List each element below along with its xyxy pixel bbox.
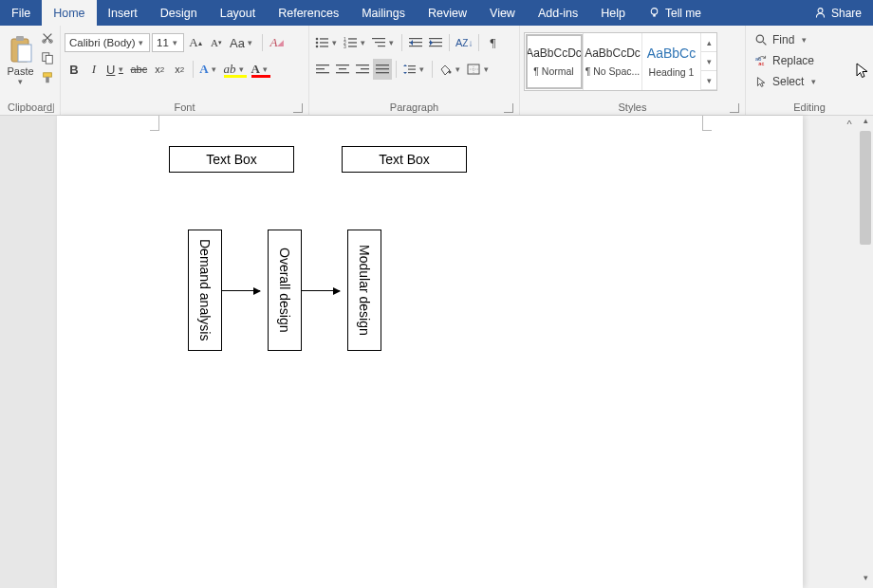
document-page[interactable]: Text Box Text Box Demand analysis Overal… [57, 116, 803, 588]
arrow-1[interactable] [222, 290, 260, 291]
strikethrough-button[interactable]: abc [128, 59, 149, 80]
paste-button[interactable]: Paste ▾ [4, 28, 37, 94]
flow-label: Overall design [277, 248, 292, 333]
chevron-down-icon: ▾ [799, 35, 808, 45]
tab-home[interactable]: Home [42, 0, 96, 26]
select-button[interactable]: Select▾ [755, 72, 818, 91]
textbox-text: Text Box [206, 152, 257, 167]
vertical-scrollbar[interactable]: ▴ ▾ [858, 116, 873, 588]
font-size-combo[interactable]: 11▾ [152, 33, 184, 52]
svg-rect-47 [408, 72, 416, 73]
flow-box-3[interactable]: Modular design [347, 230, 381, 351]
change-case-button[interactable]: Aa▾ [228, 32, 257, 53]
clear-format-button[interactable]: A◢ [268, 32, 287, 53]
flow-box-1[interactable]: Demand analysis [188, 230, 222, 351]
tab-insert[interactable]: Insert [97, 0, 149, 26]
left-gutter [0, 116, 57, 588]
paste-icon [9, 35, 33, 64]
share-button[interactable]: Share [803, 0, 873, 26]
svg-rect-41 [356, 72, 369, 73]
flow-box-2[interactable]: Overall design [268, 230, 302, 351]
highlight-button[interactable]: ab▾ [222, 59, 249, 80]
clipboard-launcher[interactable] [45, 103, 54, 113]
scroll-up-button[interactable]: ▴ [858, 116, 873, 131]
borders-button[interactable]: ▾ [465, 59, 492, 80]
italic-button[interactable]: I [84, 59, 103, 80]
tab-layout[interactable]: Layout [209, 0, 268, 26]
font-launcher[interactable] [293, 103, 303, 113]
tab-design[interactable]: Design [149, 0, 209, 26]
text-effects-button[interactable]: A▾ [197, 59, 220, 80]
font-size-value: 11 [157, 37, 169, 48]
shrink-font-button[interactable]: A▾ [207, 32, 226, 53]
shading-button[interactable]: ▾ [436, 59, 464, 80]
decrease-indent-button[interactable] [406, 32, 425, 53]
tell-me-label: Tell me [665, 7, 701, 20]
subscript-button[interactable]: x2 [150, 59, 169, 80]
tab-review[interactable]: Review [417, 0, 478, 26]
tab-view[interactable]: View [478, 0, 527, 26]
svg-line-53 [763, 42, 766, 45]
editing-group-label: Editing [793, 101, 826, 113]
style-preview: AaBbCc [647, 46, 696, 61]
underline-button[interactable]: U▾ [104, 59, 127, 80]
format-painter-button[interactable] [39, 69, 56, 86]
grow-font-button[interactable]: A▴ [186, 32, 205, 53]
textbox-shape-2[interactable]: Text Box [342, 146, 467, 173]
style-normal[interactable]: AaBbCcDc ¶ Normal [525, 33, 584, 90]
multilevel-icon [372, 37, 385, 48]
multilevel-button[interactable]: ▾ [370, 32, 398, 53]
sort-button[interactable]: AZ↓ [454, 32, 474, 53]
svg-rect-15 [320, 42, 328, 43]
flow-label: Modular design [357, 245, 372, 336]
show-marks-button[interactable]: ¶ [483, 32, 502, 53]
increase-indent-button[interactable] [426, 32, 445, 53]
styles-scroll-down[interactable]: ▾ [701, 52, 716, 71]
textbox-shape-1[interactable]: Text Box [169, 146, 294, 173]
collapse-ribbon-button[interactable]: ^ [843, 119, 856, 132]
font-name-combo[interactable]: Calibri (Body)▾ [65, 33, 150, 52]
justify-button[interactable] [373, 59, 392, 80]
styles-more[interactable]: ▾ [701, 71, 716, 90]
tell-me[interactable]: Tell me [637, 0, 713, 26]
scroll-thumb[interactable] [860, 131, 871, 245]
copy-button[interactable] [39, 49, 56, 66]
scroll-track[interactable] [858, 131, 873, 573]
tab-references[interactable]: References [267, 0, 350, 26]
tab-addins[interactable]: Add-ins [527, 0, 589, 26]
styles-scroll-up[interactable]: ▴ [701, 33, 716, 52]
font-color-button[interactable]: A▾ [250, 59, 272, 80]
lightbulb-icon [648, 7, 660, 19]
align-center-button[interactable] [333, 59, 352, 80]
brush-icon [41, 71, 54, 84]
find-label: Find [772, 33, 794, 46]
svg-rect-5 [18, 45, 31, 62]
paragraph-launcher[interactable] [504, 103, 513, 113]
svg-rect-38 [336, 72, 349, 73]
style-nospacing[interactable]: AaBbCcDc ¶ No Spac... [584, 33, 642, 90]
tab-file[interactable]: File [0, 0, 42, 26]
style-preview: AaBbCcDc [585, 46, 641, 60]
replace-button[interactable]: abac Replace [755, 51, 818, 70]
arrow-2[interactable] [302, 290, 340, 291]
menubar: File Home Insert Design Layout Reference… [0, 0, 873, 26]
svg-rect-25 [375, 42, 385, 43]
mouse-cursor-icon [856, 63, 869, 80]
svg-rect-42 [376, 64, 389, 65]
cut-button[interactable] [39, 29, 56, 46]
svg-point-52 [756, 35, 763, 42]
tab-help[interactable]: Help [589, 0, 637, 26]
tab-mailings[interactable]: Mailings [350, 0, 417, 26]
bold-button[interactable]: B [65, 59, 84, 80]
find-button[interactable]: Find▾ [755, 30, 818, 49]
superscript-button[interactable]: x2 [170, 59, 189, 80]
align-right-button[interactable] [353, 59, 372, 80]
scroll-down-button[interactable]: ▾ [858, 573, 873, 588]
style-heading1[interactable]: AaBbCc Heading 1 [642, 33, 701, 90]
numbering-button[interactable]: 123▾ [342, 32, 369, 53]
styles-launcher[interactable] [730, 103, 739, 113]
bullets-button[interactable]: ▾ [313, 32, 341, 53]
align-center-icon [336, 64, 349, 75]
line-spacing-button[interactable]: ▾ [400, 59, 428, 80]
align-left-button[interactable] [313, 59, 332, 80]
